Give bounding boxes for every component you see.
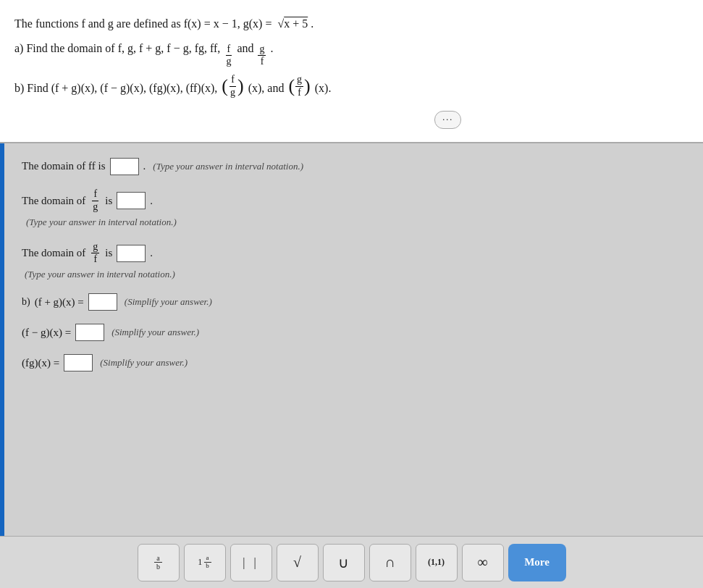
ff-domain-note: (Type your answer in interval notation.): [153, 161, 303, 172]
ff-domain-period: .: [143, 160, 146, 172]
fmult-input[interactable]: [64, 354, 93, 371]
intersection-button[interactable]: ∩: [369, 544, 411, 581]
dots-button[interactable]: ···: [434, 111, 461, 129]
fraction-g-over-f-a: g f: [258, 43, 266, 69]
fplus-label-b: b): [22, 296, 30, 308]
interval-icon: (1,1): [428, 557, 445, 568]
part-a-period: .: [270, 39, 273, 58]
fplus-label: (f + g)(x) =: [35, 296, 84, 308]
gf-domain-input[interactable]: [117, 245, 146, 262]
fminus-note: (Simplify your answer.): [111, 327, 199, 338]
fg-domain-note-row: (Type your answer in interval notation.): [23, 217, 681, 228]
part-b-and: (x), and: [248, 79, 285, 98]
fg-domain-period: .: [150, 195, 153, 207]
ff-domain-row: The domain of ff is . (Type your answer …: [22, 158, 681, 175]
more-label: More: [524, 556, 550, 568]
main-container: The functions f and g are defined as f(x…: [0, 0, 703, 588]
question-text: The functions f and g are defined as f(x…: [14, 14, 681, 129]
part-a: a) Find the domain of f, g, f + g, f − g…: [14, 39, 681, 69]
fplus-input[interactable]: [88, 293, 117, 311]
infinity-icon: ∞: [477, 554, 487, 571]
paren-f-over-g: ( f g ): [222, 74, 243, 99]
abs-value-button[interactable]: | |: [230, 544, 272, 581]
sqrt-button[interactable]: √: [277, 544, 319, 581]
question-area: The functions f and g are defined as f(x…: [0, 0, 703, 143]
gf-domain-row: The domain of g f is .: [22, 241, 681, 266]
fmult-row: (fg)(x) = (Simplify your answer.): [22, 354, 681, 371]
gf-domain-note: (Type your answer in interval notation.): [25, 269, 175, 280]
fg-domain-is: is: [105, 195, 112, 207]
toolbar: a b 1 a b | | √ ∪ ∩: [0, 536, 703, 588]
ff-domain-input[interactable]: [110, 158, 139, 175]
fraction-button[interactable]: a b: [138, 544, 180, 581]
fg-domain-note: (Type your answer in interval notation.): [26, 217, 177, 228]
fraction-f-over-g-domain: f g: [91, 188, 99, 214]
fminus-input[interactable]: [75, 324, 104, 341]
union-button[interactable]: ∪: [323, 544, 365, 581]
fraction-icon: a b: [154, 554, 162, 571]
interval-button[interactable]: (1,1): [416, 544, 458, 581]
fg-domain-label: The domain of: [22, 195, 85, 207]
part-b-x: (x).: [315, 79, 332, 98]
answer-area: The domain of ff is . (Type your answer …: [0, 143, 703, 536]
union-icon: ∪: [338, 554, 349, 571]
more-button[interactable]: More: [508, 544, 566, 581]
intersection-icon: ∩: [384, 554, 395, 571]
mixed-fraction-button[interactable]: 1 a b: [184, 544, 226, 581]
intro-line: The functions f and g are defined as f(x…: [14, 14, 681, 33]
fmult-label: (fg)(x) =: [22, 357, 59, 369]
infinity-button[interactable]: ∞: [462, 544, 504, 581]
sqrt-icon: √: [293, 554, 301, 571]
fg-domain-row: The domain of f g is .: [22, 188, 681, 214]
part-b-label: b) Find (f + g)(x), (f − g)(x), (fg)(x),…: [14, 79, 217, 98]
abs-value-icon: | |: [243, 556, 258, 569]
fraction-f-over-g-a: f g: [224, 43, 232, 69]
part-a-and: and: [237, 39, 253, 58]
fmult-note: (Simplify your answer.): [100, 357, 188, 369]
gf-domain-note-row: (Type your answer in interval notation.): [22, 269, 681, 280]
mixed-fraction-icon: 1 a b: [198, 555, 211, 570]
blue-bar: [0, 143, 4, 536]
paren-g-over-f: ( g f ): [288, 74, 310, 99]
ff-domain-label: The domain of ff is: [22, 160, 106, 172]
gf-domain-period: .: [150, 247, 153, 259]
fraction-g-over-f-domain: g f: [91, 241, 99, 266]
fplus-row: b) (f + g)(x) = (Simplify your answer.): [22, 293, 681, 311]
part-a-label: a) Find the domain of f, g, f + g, f − g…: [14, 39, 220, 58]
gf-domain-label: The domain of: [22, 247, 85, 259]
fg-domain-input[interactable]: [117, 192, 146, 209]
part-b-question: b) Find (f + g)(x), (f − g)(x), (fg)(x),…: [14, 74, 681, 99]
fminus-label: (f − g)(x) =: [22, 327, 71, 339]
fplus-note: (Simplify your answer.): [125, 296, 212, 308]
fminus-row: (f − g)(x) = (Simplify your answer.): [22, 324, 681, 341]
gf-domain-is: is: [105, 247, 112, 259]
